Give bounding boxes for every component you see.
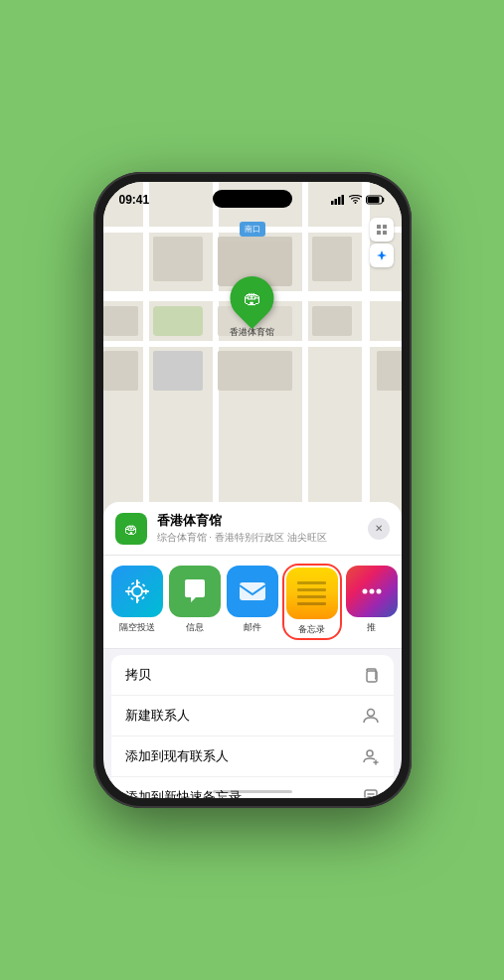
more-label: 推 [367, 621, 376, 634]
airdrop-icon [123, 577, 151, 605]
signal-icon [331, 195, 345, 205]
venue-info: 香港体育馆 综合体育馆 · 香港特别行政区 油尖旺区 [157, 512, 358, 545]
location-button[interactable] [370, 244, 394, 267]
svg-rect-5 [367, 197, 379, 203]
share-messages[interactable]: 信息 [169, 566, 221, 638]
share-row: 隔空投送 信息 [103, 556, 402, 649]
status-icons [331, 195, 386, 205]
svg-rect-3 [341, 195, 344, 205]
location-pin: 🏟 香港体育馆 [230, 276, 274, 339]
svg-rect-12 [240, 582, 265, 600]
dynamic-island [213, 190, 292, 208]
svg-rect-8 [377, 231, 381, 235]
venue-name: 香港体育馆 [157, 512, 358, 530]
share-notes[interactable]: 备忘录 [284, 566, 340, 638]
venue-bar: 🏟 香港体育馆 综合体育馆 · 香港特别行政区 油尖旺区 ✕ [103, 502, 402, 556]
action-new-contact[interactable]: 新建联系人 [111, 696, 394, 736]
map-north-label: 南口 [240, 222, 265, 237]
map-area: 南口 🏟 香港体育馆 [103, 182, 402, 540]
svg-rect-0 [331, 201, 334, 205]
airdrop-label: 隔空投送 [119, 621, 155, 634]
notes-label: 备忘录 [298, 623, 325, 636]
venue-close-button[interactable]: ✕ [368, 518, 390, 540]
svg-point-17 [367, 710, 374, 717]
note-icon [362, 788, 380, 798]
svg-rect-9 [383, 231, 387, 235]
venue-icon: 🏟 [115, 513, 147, 545]
action-add-contact[interactable]: 添加到现有联系人 [111, 736, 394, 777]
svg-rect-1 [334, 199, 337, 205]
share-mail[interactable]: 邮件 [227, 566, 278, 638]
mail-icon [238, 578, 267, 604]
svg-rect-2 [338, 197, 341, 205]
svg-rect-6 [377, 225, 381, 229]
share-more[interactable]: 推 [346, 566, 398, 638]
more-dots-icon [361, 580, 383, 602]
action-copy-label: 拷贝 [125, 666, 151, 684]
mail-label: 邮件 [244, 621, 261, 634]
action-quick-note[interactable]: 添加到新快速备忘录 [111, 777, 394, 798]
phone-screen: 09:41 [103, 182, 402, 798]
action-add-contact-label: 添加到现有联系人 [125, 747, 229, 765]
svg-point-10 [132, 586, 142, 596]
svg-point-15 [376, 589, 381, 594]
messages-label: 信息 [186, 621, 204, 634]
phone-frame: 09:41 [93, 172, 412, 808]
person-add-icon [362, 747, 380, 765]
svg-point-13 [362, 589, 367, 594]
share-airdrop[interactable]: 隔空投送 [111, 566, 163, 638]
svg-point-18 [367, 750, 373, 756]
messages-icon [180, 576, 210, 606]
svg-rect-7 [383, 225, 387, 229]
venue-subtitle: 综合体育馆 · 香港特别行政区 油尖旺区 [157, 531, 358, 545]
action-list: 拷贝 新建联系人 添加到现有联系人 [111, 655, 394, 798]
person-icon [362, 707, 380, 725]
action-new-contact-label: 新建联系人 [125, 707, 190, 725]
map-type-button[interactable] [370, 218, 394, 242]
action-copy[interactable]: 拷贝 [111, 655, 394, 696]
svg-point-14 [369, 589, 374, 594]
map-controls [370, 218, 394, 267]
bottom-sheet: 🏟 香港体育馆 综合体育馆 · 香港特别行政区 油尖旺区 ✕ [103, 502, 402, 798]
wifi-icon [349, 195, 362, 205]
home-indicator [213, 790, 292, 793]
battery-icon [366, 195, 386, 205]
status-time: 09:41 [119, 193, 150, 207]
copy-icon [362, 666, 380, 684]
